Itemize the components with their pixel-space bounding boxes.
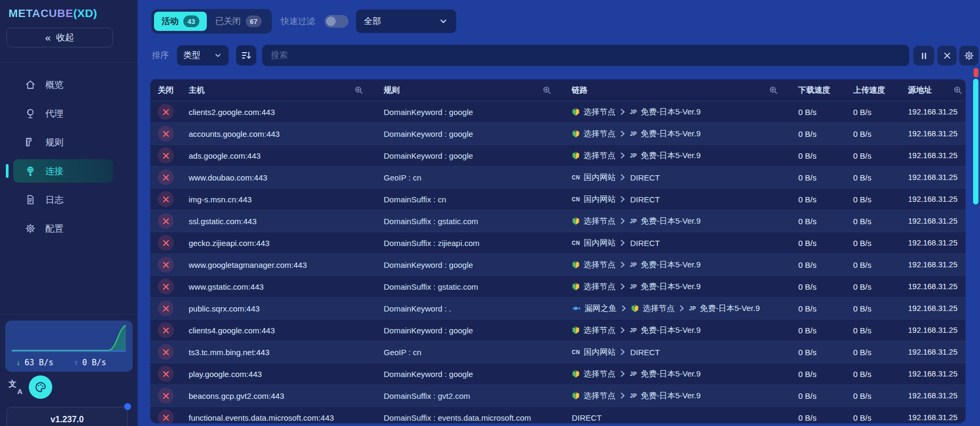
download-speed: 0 B/s	[798, 173, 853, 182]
filter-select[interactable]: 全部	[356, 10, 456, 33]
connection-host: accounts.google.com:443	[189, 129, 384, 138]
chevron-right-icon	[620, 327, 625, 333]
download-speed: 0 B/s	[798, 413, 853, 422]
close-connection-button[interactable]	[158, 148, 174, 163]
region-tag: JP	[630, 109, 637, 115]
connection-row: www.googletagmanager.com:443DomainKeywor…	[150, 253, 966, 275]
logo-suffix: (XD)	[73, 7, 97, 19]
search-input[interactable]	[262, 45, 909, 66]
download-speed: 0 B/s	[798, 195, 853, 204]
connection-row: clients4.google.com:443DomainKeyword : g…	[150, 319, 966, 341]
sort-direction-button[interactable]	[236, 45, 256, 65]
tab-active-connections[interactable]: 活动 43	[154, 12, 207, 31]
chevron-right-icon	[620, 349, 625, 355]
version-button[interactable]: v1.237.0	[6, 407, 128, 426]
close-connection-button[interactable]	[158, 366, 174, 382]
connection-row: accounts.google.com:443DomainKeyword : g…	[150, 122, 966, 144]
close-connection-button[interactable]	[158, 278, 174, 294]
proxy-globe-icon	[24, 108, 36, 120]
theme-palette-button[interactable]	[29, 375, 52, 399]
sidebar-item-proxies[interactable]: 代理	[0, 99, 137, 128]
sidebar-item-rules[interactable]: 规则	[0, 128, 137, 157]
sidebar-item-overview[interactable]: 概览	[0, 70, 137, 99]
col-upload: 上传速度	[853, 85, 885, 95]
pause-button[interactable]	[913, 46, 934, 65]
quick-filter-toggle[interactable]	[325, 15, 349, 28]
upload-speed-value: 0 B/s	[82, 358, 106, 367]
download-speed: 0 B/s	[798, 282, 853, 291]
upload-speed: 0 B/s	[853, 413, 908, 422]
connection-chain: 选择节点JP免费-日本5-Ver.9	[572, 107, 798, 117]
chain-node-label: 国内网站	[584, 173, 615, 183]
sidebar-item-logs[interactable]: 日志	[0, 185, 137, 214]
source-address: 192.168.31.25	[908, 108, 966, 116]
close-connection-button[interactable]	[158, 388, 174, 404]
sidebar-item-connections[interactable]: 连接	[0, 157, 137, 185]
close-icon	[943, 51, 952, 60]
collapse-label: 收起	[56, 31, 74, 44]
sort-select[interactable]: 类型	[177, 45, 229, 65]
close-connection-button[interactable]	[158, 257, 174, 273]
connection-rule: DomainSuffix : gstatic.com	[384, 217, 572, 226]
close-connection-button[interactable]	[158, 300, 174, 316]
close-connection-button[interactable]	[158, 409, 174, 423]
chain-node-label: DIRECT	[572, 413, 602, 422]
close-icon	[163, 349, 169, 356]
close-connection-button[interactable]	[158, 213, 174, 229]
close-connection-button[interactable]	[158, 104, 174, 120]
connection-settings-button[interactable]	[959, 46, 978, 65]
connection-chain: DIRECT	[572, 413, 798, 422]
scrollbar-thumb[interactable]	[973, 79, 978, 204]
tab-closed-connections[interactable]: 已关闭 67	[208, 12, 269, 31]
close-icon	[163, 130, 169, 137]
chain-search-icon[interactable]	[769, 86, 778, 95]
active-count-badge: 43	[183, 15, 199, 27]
sort-descending-icon	[241, 50, 252, 61]
rule-search-icon[interactable]	[542, 86, 552, 95]
upload-speed: 0 B/s	[853, 108, 908, 117]
close-connection-button[interactable]	[158, 191, 174, 207]
close-connection-button[interactable]	[158, 126, 174, 142]
region-tag: JP	[630, 327, 637, 333]
chevron-right-icon	[620, 152, 625, 159]
close-icon	[163, 283, 169, 290]
connection-rule: DomainKeyword : google	[384, 260, 572, 269]
language-switch-icon[interactable]: 文A	[9, 380, 23, 395]
region-tag: CN	[572, 175, 580, 181]
download-speed: 0 B/s	[798, 217, 853, 226]
source-address: 192.168.31.25	[908, 348, 966, 356]
beginner-mark-icon	[572, 282, 580, 291]
connection-host: gecko.zijieapi.com:443	[189, 239, 384, 248]
source-search-icon[interactable]	[953, 86, 962, 95]
host-search-icon[interactable]	[354, 86, 363, 95]
connection-rule: DomainKeyword : google	[384, 108, 572, 117]
chain-node-label: DIRECT	[630, 195, 660, 204]
close-connection-button[interactable]	[158, 322, 174, 338]
chain-node-label: 选择节点	[584, 107, 615, 117]
sidebar-item-config[interactable]: 配置	[0, 214, 137, 243]
connection-rule: GeoIP : cn	[384, 173, 572, 182]
connection-rule: DomainSuffix : gstatic.com	[384, 282, 572, 291]
download-speed-value: 63 B/s	[25, 358, 53, 367]
chain-node-label: 选择节点	[584, 151, 615, 161]
close-all-connections-button[interactable]	[937, 46, 957, 65]
app-logo: METACUBE(XD)	[9, 7, 98, 20]
collapse-sidebar-button[interactable]: « 收起	[6, 28, 113, 47]
sort-select-value: 类型	[183, 50, 200, 61]
beginner-mark-icon	[631, 304, 639, 313]
col-source: 源地址	[908, 85, 932, 95]
closed-count-badge: 67	[246, 15, 262, 27]
close-connection-button[interactable]	[158, 344, 174, 360]
beginner-mark-icon	[572, 151, 580, 160]
close-connection-button[interactable]	[158, 235, 174, 251]
chain-node-label: 国内网站	[584, 238, 615, 248]
upload-speed: 0 B/s	[853, 151, 908, 160]
chain-node-label: 免费-日本5-Ver.9	[641, 282, 701, 292]
connection-rule: DomainKeyword : google	[384, 326, 572, 335]
download-speed: 0 B/s	[798, 391, 853, 400]
download-speed: 0 B/s	[798, 348, 853, 357]
connection-row: beacons.gcp.gvt2.com:443DomainSuffix : g…	[150, 384, 966, 406]
source-address: 192.168.31.25	[908, 195, 966, 203]
close-connection-button[interactable]	[158, 169, 174, 185]
chevron-right-icon	[620, 196, 625, 202]
